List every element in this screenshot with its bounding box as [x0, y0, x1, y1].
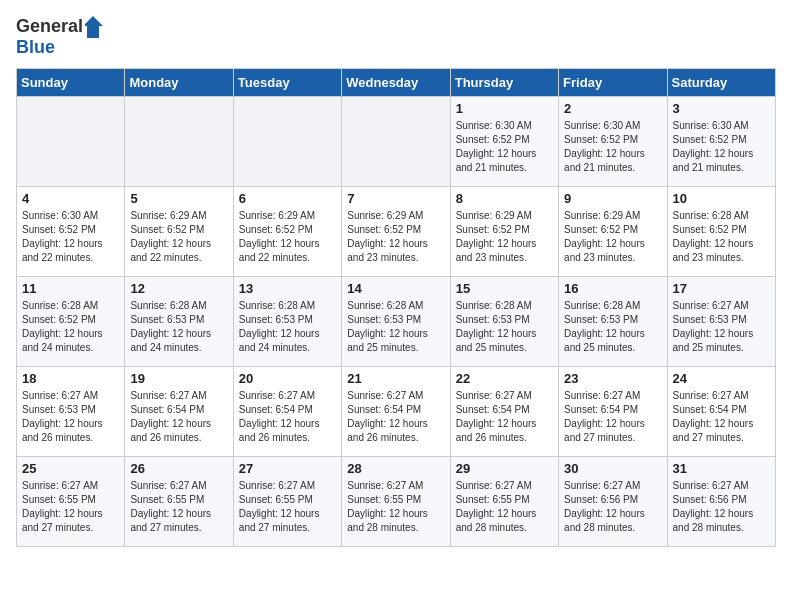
calendar-cell: 27Sunrise: 6:27 AM Sunset: 6:55 PM Dayli… — [233, 456, 341, 546]
day-number: 8 — [456, 191, 553, 206]
day-number: 9 — [564, 191, 661, 206]
calendar-cell — [125, 96, 233, 186]
calendar-cell: 15Sunrise: 6:28 AM Sunset: 6:53 PM Dayli… — [450, 276, 558, 366]
day-info: Sunrise: 6:28 AM Sunset: 6:53 PM Dayligh… — [239, 299, 336, 355]
weekday-header-sunday: Sunday — [17, 68, 125, 96]
weekday-header-friday: Friday — [559, 68, 667, 96]
svg-marker-0 — [85, 16, 103, 38]
week-row-4: 18Sunrise: 6:27 AM Sunset: 6:53 PM Dayli… — [17, 366, 776, 456]
day-info: Sunrise: 6:27 AM Sunset: 6:55 PM Dayligh… — [130, 479, 227, 535]
calendar-cell: 6Sunrise: 6:29 AM Sunset: 6:52 PM Daylig… — [233, 186, 341, 276]
week-row-1: 1Sunrise: 6:30 AM Sunset: 6:52 PM Daylig… — [17, 96, 776, 186]
day-info: Sunrise: 6:27 AM Sunset: 6:54 PM Dayligh… — [564, 389, 661, 445]
day-number: 4 — [22, 191, 119, 206]
day-number: 14 — [347, 281, 444, 296]
calendar-cell: 10Sunrise: 6:28 AM Sunset: 6:52 PM Dayli… — [667, 186, 775, 276]
weekday-header-thursday: Thursday — [450, 68, 558, 96]
calendar-cell — [233, 96, 341, 186]
logo: GeneralBlue — [16, 16, 105, 58]
day-number: 23 — [564, 371, 661, 386]
calendar-cell: 4Sunrise: 6:30 AM Sunset: 6:52 PM Daylig… — [17, 186, 125, 276]
day-number: 17 — [673, 281, 770, 296]
week-row-2: 4Sunrise: 6:30 AM Sunset: 6:52 PM Daylig… — [17, 186, 776, 276]
calendar-cell: 28Sunrise: 6:27 AM Sunset: 6:55 PM Dayli… — [342, 456, 450, 546]
calendar-cell: 14Sunrise: 6:28 AM Sunset: 6:53 PM Dayli… — [342, 276, 450, 366]
weekday-header-tuesday: Tuesday — [233, 68, 341, 96]
day-info: Sunrise: 6:28 AM Sunset: 6:53 PM Dayligh… — [456, 299, 553, 355]
day-number: 16 — [564, 281, 661, 296]
day-info: Sunrise: 6:28 AM Sunset: 6:53 PM Dayligh… — [564, 299, 661, 355]
calendar-cell: 22Sunrise: 6:27 AM Sunset: 6:54 PM Dayli… — [450, 366, 558, 456]
day-info: Sunrise: 6:27 AM Sunset: 6:54 PM Dayligh… — [130, 389, 227, 445]
day-info: Sunrise: 6:30 AM Sunset: 6:52 PM Dayligh… — [673, 119, 770, 175]
day-number: 26 — [130, 461, 227, 476]
day-info: Sunrise: 6:27 AM Sunset: 6:54 PM Dayligh… — [347, 389, 444, 445]
day-info: Sunrise: 6:29 AM Sunset: 6:52 PM Dayligh… — [456, 209, 553, 265]
day-info: Sunrise: 6:27 AM Sunset: 6:54 PM Dayligh… — [239, 389, 336, 445]
day-number: 19 — [130, 371, 227, 386]
day-info: Sunrise: 6:27 AM Sunset: 6:54 PM Dayligh… — [673, 389, 770, 445]
day-number: 13 — [239, 281, 336, 296]
calendar-cell: 1Sunrise: 6:30 AM Sunset: 6:52 PM Daylig… — [450, 96, 558, 186]
calendar-cell: 5Sunrise: 6:29 AM Sunset: 6:52 PM Daylig… — [125, 186, 233, 276]
calendar-cell: 24Sunrise: 6:27 AM Sunset: 6:54 PM Dayli… — [667, 366, 775, 456]
day-number: 3 — [673, 101, 770, 116]
calendar-cell — [342, 96, 450, 186]
day-number: 15 — [456, 281, 553, 296]
calendar-table: SundayMondayTuesdayWednesdayThursdayFrid… — [16, 68, 776, 547]
day-number: 31 — [673, 461, 770, 476]
day-info: Sunrise: 6:27 AM Sunset: 6:54 PM Dayligh… — [456, 389, 553, 445]
weekday-header-monday: Monday — [125, 68, 233, 96]
calendar-cell — [17, 96, 125, 186]
calendar-cell: 30Sunrise: 6:27 AM Sunset: 6:56 PM Dayli… — [559, 456, 667, 546]
day-info: Sunrise: 6:29 AM Sunset: 6:52 PM Dayligh… — [130, 209, 227, 265]
weekday-header-row: SundayMondayTuesdayWednesdayThursdayFrid… — [17, 68, 776, 96]
day-number: 28 — [347, 461, 444, 476]
day-number: 10 — [673, 191, 770, 206]
day-info: Sunrise: 6:28 AM Sunset: 6:52 PM Dayligh… — [673, 209, 770, 265]
day-number: 11 — [22, 281, 119, 296]
calendar-cell: 3Sunrise: 6:30 AM Sunset: 6:52 PM Daylig… — [667, 96, 775, 186]
day-info: Sunrise: 6:28 AM Sunset: 6:52 PM Dayligh… — [22, 299, 119, 355]
day-info: Sunrise: 6:30 AM Sunset: 6:52 PM Dayligh… — [564, 119, 661, 175]
day-info: Sunrise: 6:29 AM Sunset: 6:52 PM Dayligh… — [347, 209, 444, 265]
day-info: Sunrise: 6:27 AM Sunset: 6:53 PM Dayligh… — [22, 389, 119, 445]
day-number: 22 — [456, 371, 553, 386]
day-number: 5 — [130, 191, 227, 206]
calendar-body: 1Sunrise: 6:30 AM Sunset: 6:52 PM Daylig… — [17, 96, 776, 546]
day-number: 21 — [347, 371, 444, 386]
week-row-5: 25Sunrise: 6:27 AM Sunset: 6:55 PM Dayli… — [17, 456, 776, 546]
day-number: 29 — [456, 461, 553, 476]
day-number: 27 — [239, 461, 336, 476]
day-info: Sunrise: 6:30 AM Sunset: 6:52 PM Dayligh… — [22, 209, 119, 265]
calendar-header: SundayMondayTuesdayWednesdayThursdayFrid… — [17, 68, 776, 96]
weekday-header-saturday: Saturday — [667, 68, 775, 96]
day-number: 30 — [564, 461, 661, 476]
day-info: Sunrise: 6:27 AM Sunset: 6:55 PM Dayligh… — [239, 479, 336, 535]
day-number: 2 — [564, 101, 661, 116]
day-info: Sunrise: 6:27 AM Sunset: 6:55 PM Dayligh… — [22, 479, 119, 535]
calendar-cell: 2Sunrise: 6:30 AM Sunset: 6:52 PM Daylig… — [559, 96, 667, 186]
week-row-3: 11Sunrise: 6:28 AM Sunset: 6:52 PM Dayli… — [17, 276, 776, 366]
calendar-cell: 7Sunrise: 6:29 AM Sunset: 6:52 PM Daylig… — [342, 186, 450, 276]
calendar-cell: 9Sunrise: 6:29 AM Sunset: 6:52 PM Daylig… — [559, 186, 667, 276]
calendar-cell: 25Sunrise: 6:27 AM Sunset: 6:55 PM Dayli… — [17, 456, 125, 546]
day-number: 6 — [239, 191, 336, 206]
day-info: Sunrise: 6:29 AM Sunset: 6:52 PM Dayligh… — [239, 209, 336, 265]
calendar-cell: 8Sunrise: 6:29 AM Sunset: 6:52 PM Daylig… — [450, 186, 558, 276]
day-number: 20 — [239, 371, 336, 386]
calendar-cell: 11Sunrise: 6:28 AM Sunset: 6:52 PM Dayli… — [17, 276, 125, 366]
day-number: 12 — [130, 281, 227, 296]
calendar-cell: 17Sunrise: 6:27 AM Sunset: 6:53 PM Dayli… — [667, 276, 775, 366]
calendar-cell: 21Sunrise: 6:27 AM Sunset: 6:54 PM Dayli… — [342, 366, 450, 456]
calendar-cell: 23Sunrise: 6:27 AM Sunset: 6:54 PM Dayli… — [559, 366, 667, 456]
calendar-cell: 20Sunrise: 6:27 AM Sunset: 6:54 PM Dayli… — [233, 366, 341, 456]
calendar-cell: 16Sunrise: 6:28 AM Sunset: 6:53 PM Dayli… — [559, 276, 667, 366]
calendar-cell: 19Sunrise: 6:27 AM Sunset: 6:54 PM Dayli… — [125, 366, 233, 456]
calendar-cell: 13Sunrise: 6:28 AM Sunset: 6:53 PM Dayli… — [233, 276, 341, 366]
day-number: 1 — [456, 101, 553, 116]
day-info: Sunrise: 6:27 AM Sunset: 6:56 PM Dayligh… — [673, 479, 770, 535]
page-header: GeneralBlue — [16, 16, 776, 58]
calendar-cell: 18Sunrise: 6:27 AM Sunset: 6:53 PM Dayli… — [17, 366, 125, 456]
day-info: Sunrise: 6:27 AM Sunset: 6:56 PM Dayligh… — [564, 479, 661, 535]
